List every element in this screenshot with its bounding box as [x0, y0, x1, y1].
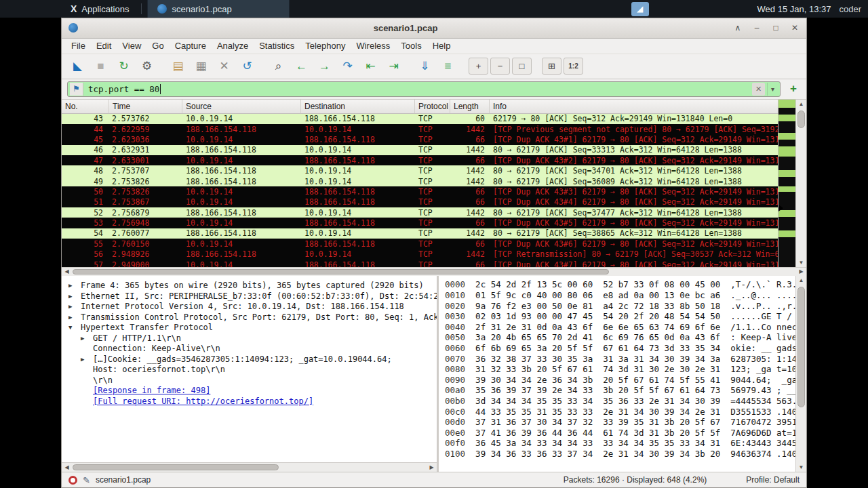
details-hscrollbar[interactable]: ◀ ▶ [62, 462, 437, 472]
packet-row[interactable]: 44 2.622959 188.166.154.118 10.0.19.14 T… [62, 124, 778, 134]
scroll-right-icon[interactable]: ▶ [427, 464, 437, 470]
detail-line[interactable]: ▶ Transmission Control Protocol, Src Por… [62, 312, 437, 323]
packet-row[interactable]: 43 2.573762 10.0.19.14 188.166.154.118 T… [62, 114, 778, 124]
packet-row[interactable]: 53 2.756948 10.0.19.14 188.166.154.118 T… [62, 218, 778, 228]
resize-columns-button[interactable]: ⊞ [542, 58, 561, 75]
close-button[interactable]: ✕ [790, 23, 800, 33]
capture-options-button[interactable]: ⚙ [136, 57, 157, 75]
menubar-item[interactable]: Go [146, 39, 169, 52]
go-back-button[interactable]: ← [291, 57, 312, 75]
detail-line[interactable]: \r\n [62, 375, 437, 386]
reload-file-button[interactable]: ↺ [237, 57, 258, 75]
scroll-up-icon[interactable]: ▲ [796, 100, 806, 108]
stop-capture-button[interactable]: ■ [90, 57, 111, 75]
scroll-right-icon[interactable]: ▶ [796, 268, 806, 274]
scroll-thumb[interactable] [73, 269, 609, 275]
menubar-item[interactable]: Wireless [351, 39, 395, 52]
colorize-button[interactable]: ≡ [437, 57, 458, 75]
save-file-button[interactable]: ▦ [191, 57, 212, 75]
profile-label[interactable]: Profile: Default [746, 475, 800, 485]
detail-line[interactable]: ▶ Frame 4: 365 bytes on wire (2920 bits)… [62, 280, 437, 291]
display-filter-input[interactable]: ⚑ tcp.port == 80 ✕ ▾ [67, 81, 781, 97]
tray-wireshark-icon[interactable]: ◢ [631, 2, 649, 16]
packet-row[interactable]: 54 2.760077 188.166.154.118 10.0.19.14 T… [62, 228, 778, 239]
hex-row[interactable]: 00f036 45 3a 34 33 34 34 33 33 34 34 35 … [445, 438, 795, 449]
scroll-up-icon[interactable]: ▲ [796, 276, 806, 285]
packet-row[interactable]: 48 2.753707 188.166.154.118 10.0.19.14 T… [62, 165, 778, 176]
expander-icon[interactable]: ▶ [68, 303, 81, 310]
applications-menu[interactable]: X Applications [0, 0, 136, 18]
scroll-down-icon[interactable]: ▼ [796, 258, 806, 267]
capture-file-properties-icon[interactable] [68, 476, 77, 485]
close-file-button[interactable]: ✕ [214, 57, 235, 75]
filter-dropdown-icon[interactable]: ▾ [767, 83, 778, 96]
detail-line[interactable]: ▼ Hypertext Transfer Protocol [62, 322, 437, 333]
menubar-item[interactable]: File [66, 39, 91, 52]
hex-row[interactable]: 00a035 36 39 37 39 2e 34 33 3b 20 5f 5f … [445, 385, 795, 396]
shade-button[interactable]: ∧ [733, 23, 743, 33]
scroll-down-icon[interactable]: ▼ [796, 463, 806, 472]
hex-row[interactable]: 009039 30 34 34 2e 36 34 3b 20 5f 67 61 … [445, 375, 795, 386]
maximize-button[interactable]: □ [771, 23, 781, 33]
hex-row[interactable]: 003002 03 1d 93 00 00 47 45 54 20 2f 20 … [445, 311, 795, 322]
hex-row[interactable]: 007036 32 38 37 33 30 35 3a 31 3a 31 34 … [445, 354, 795, 365]
expander-icon[interactable]: ▶ [68, 282, 81, 289]
scroll-thumb[interactable] [797, 110, 805, 128]
packet-row[interactable]: 47 2.633001 10.0.19.14 188.166.154.118 T… [62, 155, 778, 165]
detail-line[interactable]: Host: oceriesfornot.top\r\n [62, 364, 437, 375]
hex-row[interactable]: 010039 34 36 33 36 33 37 34 2e 31 34 30 … [445, 449, 795, 460]
start-capture-button[interactable]: ◣ [67, 57, 88, 75]
scroll-thumb[interactable] [73, 464, 279, 470]
clock[interactable]: Wed 15 Jan, 13:37 [757, 4, 831, 14]
zoom-reset-button[interactable]: □ [512, 58, 532, 75]
hex-row[interactable]: 00503a 20 4b 65 65 70 2d 41 6c 69 76 65 … [445, 332, 795, 343]
detail-line[interactable]: ▶ GET / HTTP/1.1\r\n [62, 333, 437, 344]
hex-row[interactable]: 00e037 41 36 39 36 44 36 44 61 74 3d 31 … [445, 428, 795, 439]
zoom-in-button[interactable]: + [469, 58, 488, 75]
hex-row[interactable]: 008031 32 33 3b 20 5f 67 61 74 3d 31 30 … [445, 364, 795, 375]
hex-row[interactable]: 00002c 54 2d 2f 13 5c 00 60 52 b7 33 0f … [445, 279, 795, 290]
menubar-item[interactable]: View [117, 39, 146, 52]
packet-row[interactable]: 45 2.623036 10.0.19.14 188.166.154.118 T… [62, 134, 778, 144]
packet-list-hscrollbar[interactable]: ◀ ▶ [62, 267, 806, 277]
expander-icon[interactable]: ▶ [81, 335, 93, 342]
go-to-packet-button[interactable]: ↷ [337, 57, 358, 75]
hex-row[interactable]: 00402f 31 2e 31 0d 0a 43 6f 6e 6e 65 63 … [445, 322, 795, 333]
hex-row[interactable]: 00c044 33 35 35 31 35 33 33 2e 31 34 30 … [445, 407, 795, 418]
go-first-packet-button[interactable]: ⇤ [360, 57, 381, 75]
packet-row[interactable]: 57 2.949000 10.0.19.14 188.166.154.118 T… [62, 260, 778, 267]
packet-list-vscrollbar[interactable]: ▲ ▼ [795, 100, 806, 267]
hex-row[interactable]: 00606f 6b 69 65 3a 20 5f 5f 67 61 64 73 … [445, 343, 795, 354]
detail-line[interactable]: [Response in frame: 498] [62, 385, 437, 396]
filter-clear-icon[interactable]: ✕ [752, 83, 765, 96]
menubar-item[interactable]: Tools [395, 39, 427, 52]
expander-icon[interactable]: ▶ [81, 356, 93, 363]
packet-row[interactable]: 51 2.753867 10.0.19.14 188.166.154.118 T… [62, 197, 778, 207]
auto-scroll-button[interactable]: ⇓ [414, 57, 435, 75]
detail-line[interactable]: [Full request URI: http://oceriesfornot.… [62, 396, 437, 407]
column-header[interactable]: Protocol [415, 100, 450, 113]
packet-row[interactable]: 56 2.948926 188.166.154.118 10.0.19.14 T… [62, 249, 778, 260]
go-last-packet-button[interactable]: ⇥ [383, 57, 404, 75]
column-header[interactable]: Info [490, 100, 778, 113]
go-forward-button[interactable]: → [314, 57, 335, 75]
hex-row[interactable]: 00209a 76 f2 e3 00 50 0e 81 a4 2c 72 18 … [445, 301, 795, 312]
detail-line[interactable]: Connection: Keep-Alive\r\n [62, 343, 437, 354]
hex-row[interactable]: 001001 5f 9c c0 40 00 80 06 e8 ad 0a 00 … [445, 290, 795, 301]
expander-icon[interactable]: ▶ [68, 314, 81, 321]
menubar-item[interactable]: Statistics [254, 39, 300, 52]
packet-list-minimap[interactable] [778, 100, 795, 267]
packet-row[interactable]: 46 2.632931 188.166.154.118 10.0.19.14 T… [62, 145, 778, 155]
filter-add-button[interactable]: + [786, 81, 801, 96]
menubar-item[interactable]: Analyze [212, 39, 254, 52]
packet-row[interactable]: 50 2.753826 10.0.19.14 188.166.154.118 T… [62, 186, 778, 197]
zoom-out-button[interactable]: − [490, 58, 510, 75]
menubar-item[interactable]: Capture [170, 39, 212, 52]
hex-row[interactable]: 00b03d 34 34 34 35 35 33 34 35 36 33 2e … [445, 396, 795, 407]
menubar-item[interactable]: Telephony [300, 39, 351, 52]
packet-row[interactable]: 49 2.753826 188.166.154.118 10.0.19.14 T… [62, 176, 778, 186]
hex-vscrollbar[interactable]: ▲ ▼ [795, 276, 806, 472]
packet-row[interactable]: 55 2.760150 10.0.19.14 188.166.154.118 T… [62, 239, 778, 249]
open-file-button[interactable]: ▤ [167, 57, 189, 75]
column-header[interactable]: No. [62, 100, 109, 113]
